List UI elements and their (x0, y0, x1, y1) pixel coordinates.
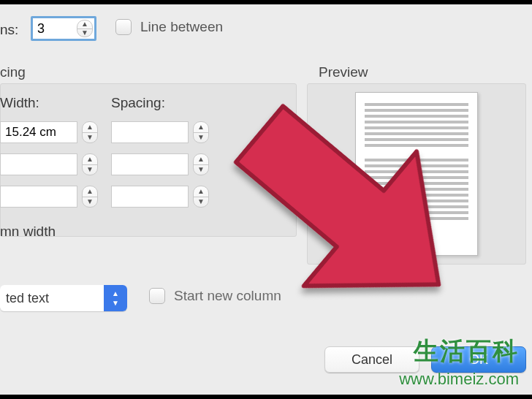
chevron-down-icon[interactable]: ▼ (194, 197, 208, 208)
chevron-up-icon[interactable]: ▲ (83, 186, 97, 197)
row-3-width: ▲ ▼ (0, 186, 98, 208)
column-width-label: mn width (0, 224, 56, 240)
preview-label: Preview (319, 64, 368, 80)
line-between-option[interactable]: Line between (115, 19, 223, 35)
image-border-bottom (0, 395, 532, 399)
chevron-up-icon[interactable]: ▲ (83, 122, 97, 133)
width-stepper-3[interactable]: ▲ ▼ (82, 186, 98, 208)
columns-count-label: ns: (0, 22, 18, 38)
row-2-width: ▲ ▼ (0, 153, 98, 175)
row-1-spacing: ▲ ▼ (111, 121, 209, 143)
chevron-down-icon[interactable]: ▼ (83, 197, 97, 208)
chevron-up-icon[interactable]: ▲ (83, 154, 97, 165)
spacing-input-3[interactable] (111, 186, 189, 208)
spacing-header: Spacing: (111, 95, 165, 111)
line-between-checkbox[interactable] (115, 19, 132, 35)
columns-count-stepper[interactable]: ▲ ▼ (77, 20, 93, 37)
width-header: Width: (0, 95, 39, 111)
width-input-1[interactable] (0, 121, 77, 143)
apply-to-dropdown[interactable]: ted text ▲ ▼ (0, 285, 127, 311)
chevron-down-icon[interactable]: ▼ (194, 165, 208, 175)
chevron-down-icon[interactable]: ▼ (83, 165, 97, 175)
chevron-up-icon[interactable]: ▲ (194, 186, 208, 197)
chevron-up-icon[interactable]: ▲ (194, 154, 208, 165)
chevron-down-icon[interactable]: ▼ (83, 133, 97, 143)
chevron-down-icon[interactable]: ▼ (194, 133, 208, 143)
spacing-input-1[interactable] (111, 121, 189, 143)
preview-panel (307, 83, 526, 265)
watermark-title: 生活百科 (414, 335, 519, 368)
chevron-up-icon: ▲ (112, 289, 119, 297)
chevron-up-icon[interactable]: ▲ (194, 122, 208, 133)
watermark-url: www.bimeiz.com (399, 370, 519, 389)
spacing-section-heading: cing (0, 64, 26, 80)
row-1-width: ▲ ▼ (0, 121, 98, 143)
preview-page-icon (355, 92, 478, 256)
start-new-column-label: Start new column (174, 288, 281, 304)
width-stepper-1[interactable]: ▲ ▼ (82, 121, 98, 143)
chevron-down-icon[interactable]: ▼ (77, 29, 92, 37)
spacing-stepper-1[interactable]: ▲ ▼ (193, 121, 209, 143)
dropdown-toggle[interactable]: ▲ ▼ (104, 285, 127, 311)
start-new-column-option[interactable]: Start new column (149, 288, 281, 304)
row-2-spacing: ▲ ▼ (111, 153, 209, 175)
image-border-top (0, 0, 532, 4)
spacing-input-2[interactable] (111, 153, 189, 175)
row-3-spacing: ▲ ▼ (111, 186, 209, 208)
width-input-3[interactable] (0, 186, 77, 208)
chevron-up-icon[interactable]: ▲ (77, 20, 92, 29)
cancel-button-label: Cancel (352, 352, 392, 368)
apply-to-selected: ted text (0, 285, 104, 311)
columns-count-field[interactable]: ▲ ▼ (31, 16, 96, 41)
chevron-down-icon: ▼ (112, 299, 119, 307)
width-stepper-2[interactable]: ▲ ▼ (82, 153, 98, 175)
spacing-stepper-2[interactable]: ▲ ▼ (193, 153, 209, 175)
spacing-stepper-3[interactable]: ▲ ▼ (193, 186, 209, 208)
line-between-label: Line between (140, 19, 223, 35)
columns-count-input[interactable] (33, 18, 75, 39)
width-input-2[interactable] (0, 153, 77, 175)
start-new-column-checkbox[interactable] (149, 288, 165, 304)
cancel-button[interactable]: Cancel (324, 346, 419, 373)
